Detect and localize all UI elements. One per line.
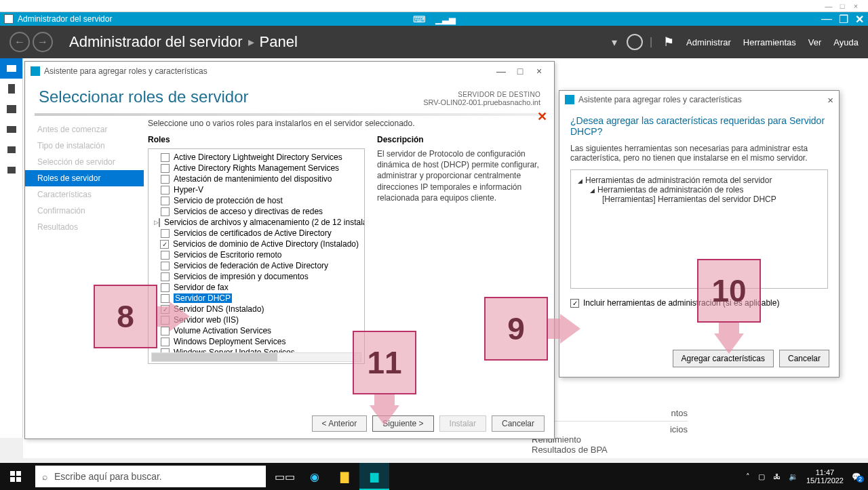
nav-role-2[interactable] — [0, 140, 22, 160]
tray-display-icon[interactable]: ▢ — [758, 472, 765, 481]
role-label: Servicios de acceso y directivas de rede… — [174, 207, 323, 216]
wizard-maximize-button[interactable]: □ — [511, 66, 530, 77]
taskbar-explorer-icon[interactable]: ▇ — [330, 463, 359, 490]
tree-level-1: ◢Herramientas de administración remota d… — [578, 176, 821, 185]
tile-perf-label: Rendimiento — [532, 434, 688, 445]
step-server-roles[interactable]: Roles de servidor — [25, 170, 144, 186]
callout-8: 8 — [94, 285, 190, 348]
tile-frag-label: ntos — [532, 408, 688, 418]
menu-administrar[interactable]: Administrar — [686, 37, 731, 47]
sm-minimize-button[interactable]: — — [821, 13, 832, 25]
nav-role-1[interactable] — [0, 119, 22, 140]
clock-time: 11:47 — [806, 468, 844, 476]
wizard-titlebar: Asistente para agregar roles y caracterí… — [25, 62, 554, 81]
expand-icon[interactable]: ▷ — [154, 219, 159, 226]
role-checkbox[interactable] — [159, 218, 160, 227]
nav-role-3[interactable] — [0, 160, 22, 180]
taskbar-clock[interactable]: 11:47 15/11/2022 — [806, 468, 844, 485]
menu-ayuda[interactable]: Ayuda — [833, 37, 859, 47]
nav-forward-button[interactable]: → — [33, 32, 53, 52]
start-button[interactable] — [0, 463, 31, 490]
description-header: Descripción — [377, 135, 545, 144]
popup-subtext: Las siguientes herramientas son necesari… — [559, 144, 839, 169]
role-item[interactable]: Hyper-V — [150, 184, 363, 195]
server-manager-titlebar: Administrador del servidor ⌨ ▁▃▅ — ❐ ✕ — [0, 12, 868, 26]
role-item[interactable]: Servicios de dominio de Active Directory… — [150, 239, 363, 249]
role-label: Servicios de archivos y almacenamiento (… — [164, 218, 365, 227]
step-results[interactable]: Resultados — [25, 219, 144, 235]
close-red-icon[interactable]: ✕ — [537, 109, 547, 124]
nav-back-button[interactable]: ← — [9, 32, 30, 52]
tray-volume-icon[interactable]: 🔉 — [789, 472, 798, 481]
tray-chevron-icon[interactable]: ˄ — [746, 472, 750, 481]
menu-herramientas[interactable]: Herramientas — [743, 37, 796, 47]
header-dropdown-icon[interactable]: ▾ — [612, 36, 617, 49]
step-server-selection[interactable]: Selección de servidor — [25, 154, 144, 170]
role-item[interactable]: Atestación de mantenimiento del disposit… — [150, 173, 363, 184]
nav-local-server[interactable] — [0, 79, 22, 99]
search-placeholder: Escribe aquí para buscar. — [54, 471, 162, 482]
role-item[interactable]: Servicios de certificados de Active Dire… — [150, 228, 363, 239]
step-features[interactable]: Características — [25, 186, 144, 203]
sm-close-button[interactable]: ✕ — [855, 13, 864, 26]
role-item[interactable]: Active Directory Rights Management Servi… — [150, 163, 363, 173]
outer-close-button[interactable]: × — [849, 2, 863, 10]
outer-min-button[interactable]: — — [822, 2, 835, 10]
step-before-begin[interactable]: Antes de comenzar — [25, 121, 144, 138]
wizard-close-button[interactable]: × — [530, 66, 549, 77]
wizard-minimize-button[interactable]: — — [492, 66, 511, 77]
role-item[interactable]: ▷Servicios de archivos y almacenamiento … — [150, 217, 363, 228]
callout-10: 10 — [697, 259, 761, 354]
role-checkbox[interactable] — [161, 262, 170, 270]
notifications-flag-icon[interactable]: ⚑ — [663, 35, 674, 49]
taskbar-search-input[interactable]: ⌕ Escribe aquí para buscar. — [35, 466, 266, 487]
dest-server: SRV-OLIN02-001.pruebasnacho.int — [423, 98, 540, 106]
role-item[interactable]: Servicios de impresión y documentos — [150, 271, 363, 282]
action-center-button[interactable]: 💬2 — [852, 472, 861, 481]
step-confirmation[interactable]: Confirmación — [25, 203, 144, 219]
popup-cancel-button[interactable]: Cancelar — [779, 350, 829, 367]
clock-date: 15/11/2022 — [806, 476, 844, 485]
callout-number: 8 — [94, 285, 157, 348]
role-item[interactable]: Servicios de Escritorio remoto — [150, 249, 363, 260]
role-checkbox[interactable] — [161, 251, 170, 260]
tile-frag-label2: icios — [532, 424, 688, 434]
popup-close-button[interactable]: × — [827, 94, 833, 106]
role-checkbox[interactable] — [161, 197, 170, 205]
role-checkbox[interactable] — [161, 272, 170, 281]
wizard-cancel-button[interactable]: Cancelar — [492, 415, 545, 432]
tile-bpa-label: Resultados de BPA — [532, 445, 688, 455]
outer-max-button[interactable]: □ — [835, 2, 849, 10]
role-label: Servicios de impresión y documentos — [174, 272, 309, 281]
role-item[interactable]: Servicios de acceso y directivas de rede… — [150, 206, 363, 217]
popup-icon — [565, 95, 574, 104]
roles-horizontal-scrollbar[interactable] — [151, 352, 361, 362]
header-breadcrumb-panel[interactable]: Panel — [260, 33, 298, 51]
refresh-icon[interactable] — [627, 34, 643, 50]
role-item[interactable]: Active Directory Lightweight Directory S… — [150, 152, 363, 163]
dest-label: SERVIDOR DE DESTINO — [423, 91, 540, 98]
role-checkbox[interactable] — [161, 164, 170, 173]
taskbar-server-manager-icon[interactable]: ▆ — [359, 463, 389, 490]
role-checkbox[interactable] — [161, 153, 170, 162]
step-install-type[interactable]: Tipo de instalación — [25, 138, 144, 154]
role-checkbox[interactable] — [161, 186, 170, 195]
role-checkbox[interactable] — [160, 240, 168, 249]
outer-window-titlebar: — □ × — [0, 0, 868, 12]
role-description: El servidor de Protocolo de configuració… — [377, 148, 545, 203]
role-checkbox[interactable] — [161, 229, 170, 238]
header-breadcrumb-root[interactable]: Administrador del servidor — [69, 33, 243, 51]
role-item[interactable]: Servicio de protección de host — [150, 195, 363, 206]
role-checkbox[interactable] — [161, 175, 170, 184]
keyboard-icon: ⌨ — [413, 14, 426, 24]
task-view-button[interactable]: ▭▭ — [270, 463, 300, 490]
taskbar-edge-icon[interactable]: ◉ — [300, 463, 330, 490]
callout-number: 10 — [697, 259, 761, 323]
nav-dashboard[interactable] — [0, 58, 22, 79]
sm-maximize-button[interactable]: ❐ — [839, 13, 848, 26]
role-item[interactable]: Servicios de federación de Active Direct… — [150, 260, 363, 271]
nav-all-servers[interactable] — [0, 99, 22, 119]
menu-ver[interactable]: Ver — [808, 37, 822, 47]
tray-network-icon[interactable]: 🖧 — [773, 472, 781, 481]
role-checkbox[interactable] — [161, 207, 170, 216]
